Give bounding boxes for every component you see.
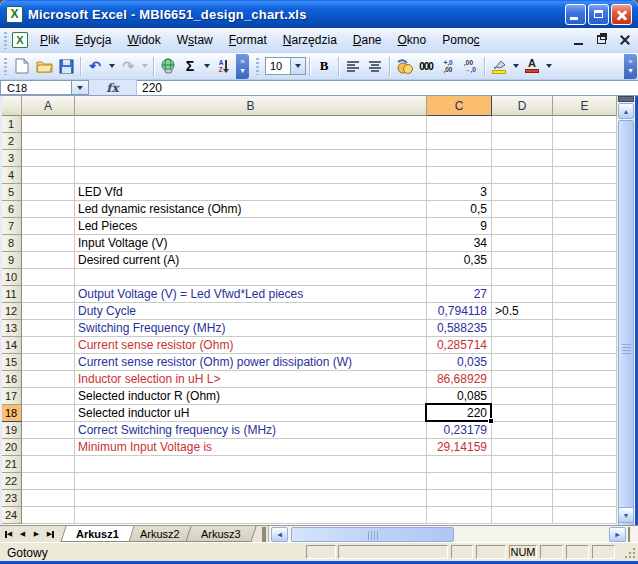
- cell-A1[interactable]: [22, 116, 75, 133]
- row-header-24[interactable]: 24: [0, 507, 22, 524]
- cell-D12[interactable]: >0.5: [492, 303, 553, 320]
- toolbar-grip-handle[interactable]: [3, 58, 8, 75]
- vertical-scroll-thumb[interactable]: [618, 120, 634, 564]
- column-header-A[interactable]: A: [22, 96, 75, 116]
- restore-button[interactable]: [588, 4, 609, 25]
- cell-E17[interactable]: [553, 388, 617, 405]
- row-header-23[interactable]: 23: [0, 490, 22, 507]
- cell-B8[interactable]: Input Voltage (V): [75, 235, 427, 252]
- cell-B18[interactable]: Selected inductor uH: [75, 405, 427, 422]
- cell-D8[interactable]: [492, 235, 553, 252]
- row-header-3[interactable]: 3: [0, 150, 22, 167]
- column-header-C[interactable]: C: [427, 96, 492, 116]
- vertical-scrollbar[interactable]: ▲ ▼: [617, 96, 635, 525]
- cell-D6[interactable]: [492, 201, 553, 218]
- cell-A10[interactable]: [22, 269, 75, 286]
- cell-B2[interactable]: [75, 133, 427, 150]
- row-header-12[interactable]: 12: [0, 303, 22, 320]
- cell-A20[interactable]: [22, 439, 75, 456]
- cell-B24[interactable]: [75, 507, 427, 524]
- cell-C19[interactable]: 0,23179: [427, 422, 492, 439]
- cell-D2[interactable]: [492, 133, 553, 150]
- first-sheet-button[interactable]: ◀: [2, 527, 15, 541]
- cell-C23[interactable]: [427, 490, 492, 507]
- cell-A4[interactable]: [22, 167, 75, 184]
- fill-color-button[interactable]: [488, 56, 510, 77]
- cell-D16[interactable]: [492, 371, 553, 388]
- cell-C8[interactable]: 34: [427, 235, 492, 252]
- cell-C6[interactable]: 0,5: [427, 201, 492, 218]
- row-header-6[interactable]: 6: [0, 201, 22, 218]
- align-left-button[interactable]: [342, 56, 364, 77]
- row-header-18[interactable]: 18: [0, 405, 22, 422]
- cell-C2[interactable]: [427, 133, 492, 150]
- cell-A22[interactable]: [22, 473, 75, 490]
- cell-E22[interactable]: [553, 473, 617, 490]
- row-header-22[interactable]: 22: [0, 473, 22, 490]
- cell-D13[interactable]: [492, 320, 553, 337]
- next-sheet-button[interactable]: ▶: [30, 527, 43, 541]
- cell-E12[interactable]: [553, 303, 617, 320]
- undo-dropdown[interactable]: [106, 56, 117, 77]
- cell-C1[interactable]: [427, 116, 492, 133]
- vertical-split-handle[interactable]: [618, 96, 634, 102]
- menubar-grip-handle[interactable]: [3, 32, 8, 49]
- cell-E24[interactable]: [553, 507, 617, 524]
- name-box-dropdown[interactable]: [72, 80, 89, 95]
- cell-C20[interactable]: 29,14159: [427, 439, 492, 456]
- cell-B13[interactable]: Switching Frequency (MHz): [75, 320, 427, 337]
- workbook-close-button[interactable]: [618, 33, 632, 47]
- row-header-13[interactable]: 13: [0, 320, 22, 337]
- cell-C5[interactable]: 3: [427, 184, 492, 201]
- row-header-20[interactable]: 20: [0, 439, 22, 456]
- cell-D20[interactable]: [492, 439, 553, 456]
- toolbar-options-button[interactable]: »▾: [624, 54, 637, 79]
- cell-C11[interactable]: 27: [427, 286, 492, 303]
- cell-A5[interactable]: [22, 184, 75, 201]
- cell-B17[interactable]: Selected inductor R (Ohm): [75, 388, 427, 405]
- menu-dane[interactable]: Dane: [345, 30, 390, 50]
- sort-ascending-button[interactable]: AZ: [212, 56, 234, 77]
- row-header-5[interactable]: 5: [0, 184, 22, 201]
- cell-B4[interactable]: [75, 167, 427, 184]
- cell-B1[interactable]: [75, 116, 427, 133]
- undo-button[interactable]: ↶: [84, 56, 106, 77]
- close-button[interactable]: [611, 4, 632, 25]
- cell-A11[interactable]: [22, 286, 75, 303]
- cell-C17[interactable]: 0,085: [427, 388, 492, 405]
- cell-A18[interactable]: [22, 405, 75, 422]
- menu-widok[interactable]: Widok: [119, 30, 168, 50]
- menu-pomoc[interactable]: Pomoc: [434, 30, 487, 50]
- menu-edycja[interactable]: Edycja: [67, 30, 119, 50]
- cell-C3[interactable]: [427, 150, 492, 167]
- cell-B12[interactable]: Duty Cycle: [75, 303, 427, 320]
- cell-E2[interactable]: [553, 133, 617, 150]
- formula-input[interactable]: 220: [137, 80, 638, 95]
- cell-A15[interactable]: [22, 354, 75, 371]
- workbook-restore-button[interactable]: [595, 33, 609, 47]
- cell-A9[interactable]: [22, 252, 75, 269]
- cell-C15[interactable]: 0,035: [427, 354, 492, 371]
- cell-B10[interactable]: [75, 269, 427, 286]
- autosum-button[interactable]: Σ: [179, 56, 201, 77]
- font-size-dropdown[interactable]: [291, 57, 306, 75]
- scroll-left-button[interactable]: ◂: [271, 527, 288, 542]
- resize-grip-icon[interactable]: [624, 547, 636, 559]
- cell-A24[interactable]: [22, 507, 75, 524]
- cell-A2[interactable]: [22, 133, 75, 150]
- horizontal-scrollbar[interactable]: ◂ ▸: [268, 526, 638, 543]
- toolbar-options-button[interactable]: »▾: [236, 54, 249, 79]
- cell-A14[interactable]: [22, 337, 75, 354]
- cell-C21[interactable]: [427, 456, 492, 473]
- cell-D24[interactable]: [492, 507, 553, 524]
- column-header-B[interactable]: B: [75, 96, 427, 116]
- menu-wstaw[interactable]: Wstaw: [169, 30, 221, 50]
- cell-B23[interactable]: [75, 490, 427, 507]
- cell-B3[interactable]: [75, 150, 427, 167]
- previous-sheet-button[interactable]: ◀: [16, 527, 29, 541]
- cell-A13[interactable]: [22, 320, 75, 337]
- cell-C13[interactable]: 0,588235: [427, 320, 492, 337]
- sheet-tab-arkusz3[interactable]: Arkusz3: [185, 526, 256, 542]
- comma-style-button[interactable]: 000: [415, 56, 437, 77]
- cell-D17[interactable]: [492, 388, 553, 405]
